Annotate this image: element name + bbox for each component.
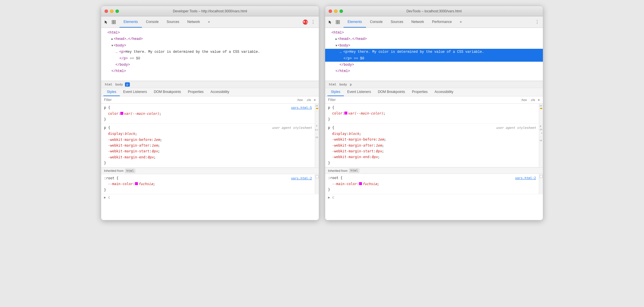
filter-actions-2: :hov .cls + [520,98,540,102]
tab-console-2[interactable]: Console [366,16,387,28]
subtab-eventlisteners-1[interactable]: Event Listeners [120,88,151,96]
css-selector-1a: p { [104,105,110,110]
toolbar-2: Elements Console Sources Network Perform… [325,16,543,28]
color-swatch-2c[interactable] [359,182,362,185]
checkbox-1c[interactable] [316,175,319,178]
rule-source-1a[interactable]: vars.html:5 [291,105,312,111]
css-prop-margin-start: -webkit-margin-start : 0px ; [104,148,312,154]
dom-line-body-1[interactable]: ▼ <body> [101,42,319,49]
inspect-icon[interactable] [111,19,117,25]
menu-button-1[interactable]: ⋮ [310,19,317,25]
inspect-icon-2[interactable] [335,19,341,25]
dom-line-head-1[interactable]: ▶ <head>…</head> [101,36,319,42]
devtools-window-1: Developer Tools – http://localhost:3000/… [101,6,319,220]
css-prop-me-2b: -webkit-margin-end : 0px ; [328,154,536,160]
menu-button-2[interactable]: ⋮ [534,19,541,25]
titlebar-1: Developer Tools – http://localhost:3000/… [101,6,319,16]
cursor-icon-2[interactable] [327,19,333,25]
filter-input-2[interactable] [328,98,518,102]
tag-p-close-2: </p> [344,56,352,61]
dom-line-p-1[interactable]: … <p>Hey there. My color is determined b… [101,49,319,55]
breadcrumb-2: html body p [325,81,543,88]
subtab-eventlisteners-2[interactable]: Event Listeners [344,88,375,96]
dom-line-head-2[interactable]: ▶ <head>…</head> [325,36,543,42]
subtab-accessibility-1[interactable]: Accessibility [207,88,233,96]
dom-panel-1: <html> ▶ <head>…</head> ▼ <body> … <p>He… [101,28,319,88]
breadcrumb-p-2[interactable]: p [349,82,353,87]
filter-actions-1: :hov .cls + [296,98,316,102]
tab-network-1[interactable]: Network [183,16,204,28]
main-panel-1: <html> ▶ <head>…</head> ▼ <body> … <p>He… [101,28,319,220]
subtab-accessibility-2[interactable]: Accessibility [431,88,457,96]
dom-line-body-close-2[interactable]: </body> [325,62,543,68]
cls-button-2[interactable]: .cls [529,98,536,102]
css-close-2a: } [328,116,536,122]
breadcrumb-body-2[interactable]: body [339,82,348,87]
rule-source-2c[interactable]: vars.html:2 [515,176,536,181]
scroll-num-16-2b: 16 [539,139,543,142]
tab-sources-2[interactable]: Sources [387,16,407,28]
css-selector-1b: p { [104,125,110,131]
dom-line-p-2[interactable]: … <p>Hey there. My color is determined b… [325,49,543,55]
css-val-display: block [125,131,135,137]
maximize-button-2[interactable] [340,9,343,13]
dom-line-p-close-2[interactable]: </p> == $0 [325,55,543,62]
breadcrumb-html-2[interactable]: html [328,82,338,87]
hov-button-2[interactable]: :hov [520,98,528,102]
close-button-1[interactable] [105,9,108,13]
rule-block-wrapper-2b: p { user agent stylesheet display : bloc… [325,124,543,167]
tab-elements-2[interactable]: Elements [344,16,366,28]
color-swatch-2a[interactable] [344,112,347,114]
subtab-dombreakpoints-1[interactable]: DOM Breakpoints [150,88,184,96]
tab-performance-2[interactable]: Performance [428,16,456,28]
scroll-dot-1a [316,108,318,109]
minimize-button-1[interactable] [110,9,113,13]
filter-bar-1: :hov .cls + [101,96,319,104]
css-prop-ma-2b: -webkit-margin-after : 1em ; [328,143,536,148]
svg-rect-3 [114,22,115,24]
tab-network-2[interactable]: Network [407,16,428,28]
cls-button-1[interactable]: .cls [305,98,312,102]
tab-elements-1[interactable]: Elements [119,16,142,28]
tab-more-2[interactable]: » [456,16,466,28]
dom-line-p-close-1[interactable]: </p> == $0 [101,55,319,62]
tag-p-close-1: </p> [119,56,128,61]
add-style-button-2[interactable]: + [538,98,540,102]
dom-line-body-2[interactable]: ▼ <body> [325,42,543,49]
color-swatch-1a[interactable] [120,112,123,115]
dom-line-html-close-2[interactable]: </html> [325,68,543,74]
breadcrumb-p-1[interactable]: p [125,82,130,87]
dom-line-body-close-1[interactable]: </body> [101,62,319,68]
breadcrumb-body-1[interactable]: body [115,82,124,87]
minimize-button-2[interactable] [334,9,338,13]
dom-line-html-1[interactable]: <html> [101,30,319,36]
rule-header-2b: p { user agent stylesheet [328,125,536,131]
subtab-dombreakpoints-2[interactable]: DOM Breakpoints [374,88,408,96]
tab-console-1[interactable]: Console [142,16,163,28]
subtab-properties-1[interactable]: Properties [184,88,207,96]
cursor-icon[interactable] [103,19,109,25]
subtab-styles-2[interactable]: Styles [327,88,344,96]
p-tag-open-2: <p> [343,49,350,55]
rule-source-1c[interactable]: vars.html:2 [291,176,312,181]
breadcrumb-html-1[interactable]: html [104,82,113,87]
add-style-button-1[interactable]: + [314,98,316,102]
maximize-button-1[interactable] [115,9,119,13]
color-swatch-1c[interactable] [135,182,138,185]
rule-source-1b: user agent stylesheet [272,125,312,131]
filter-input-1[interactable] [104,98,294,102]
close-button-2[interactable] [329,9,332,13]
css-val-ma: 1em [152,143,158,148]
hov-button-1[interactable]: :hov [296,98,304,102]
tab-more-1[interactable]: » [204,16,214,28]
tab-sources-1[interactable]: Sources [163,16,183,28]
subtab-styles-1[interactable]: Styles [103,88,120,96]
inherited-badge-2[interactable]: html [349,168,360,173]
checkbox-2c[interactable] [540,175,543,178]
inherited-badge-1[interactable]: html [125,169,136,173]
dom-line-html-close-1[interactable]: </html> [101,68,319,74]
dom-line-html-2[interactable]: <html> [325,30,543,36]
css-close-2b: } [328,160,536,166]
subtab-properties-2[interactable]: Properties [408,88,431,96]
svg-rect-4 [336,20,338,22]
